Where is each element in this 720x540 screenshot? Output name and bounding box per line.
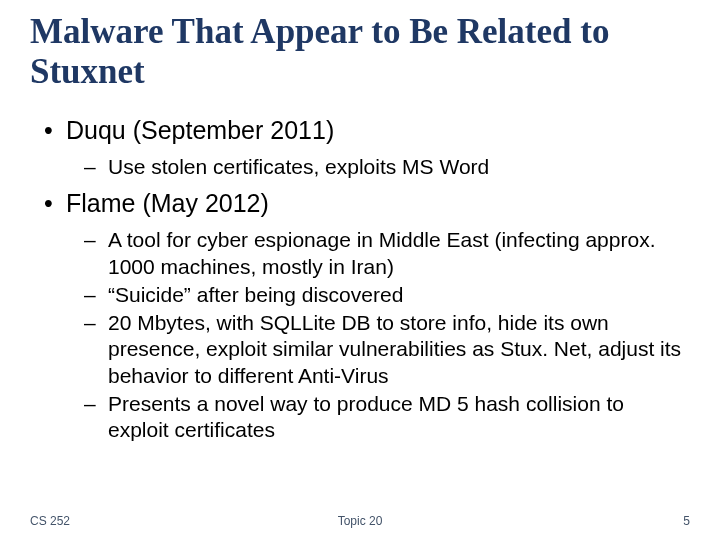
list-item: Flame (May 2012) A tool for cyber espion… (38, 188, 690, 443)
slide-body: Duqu (September 2011) Use stolen certifi… (30, 115, 690, 444)
list-item: Duqu (September 2011) Use stolen certifi… (38, 115, 690, 181)
slide-title: Malware That Appear to Be Related to Stu… (30, 12, 690, 93)
bullet-text: Duqu (September 2011) (66, 116, 334, 144)
footer-left: CS 252 (30, 514, 70, 528)
sub-list-item: “Suicide” after being discovered (66, 282, 690, 308)
sub-list-item: Use stolen certificates, exploits MS Wor… (66, 154, 690, 180)
sub-list-item: A tool for cyber espionage in Middle Eas… (66, 227, 690, 280)
footer-page-number: 5 (683, 514, 690, 528)
sub-list-item: Presents a novel way to produce MD 5 has… (66, 391, 690, 444)
sub-list-item: 20 Mbytes, with SQLLite DB to store info… (66, 310, 690, 389)
sub-list: A tool for cyber espionage in Middle Eas… (66, 227, 690, 443)
slide-footer: CS 252 Topic 20 5 (0, 514, 720, 528)
footer-center: Topic 20 (338, 514, 383, 528)
bullet-list: Duqu (September 2011) Use stolen certifi… (38, 115, 690, 444)
sub-list: Use stolen certificates, exploits MS Wor… (66, 154, 690, 180)
bullet-text: Flame (May 2012) (66, 189, 269, 217)
